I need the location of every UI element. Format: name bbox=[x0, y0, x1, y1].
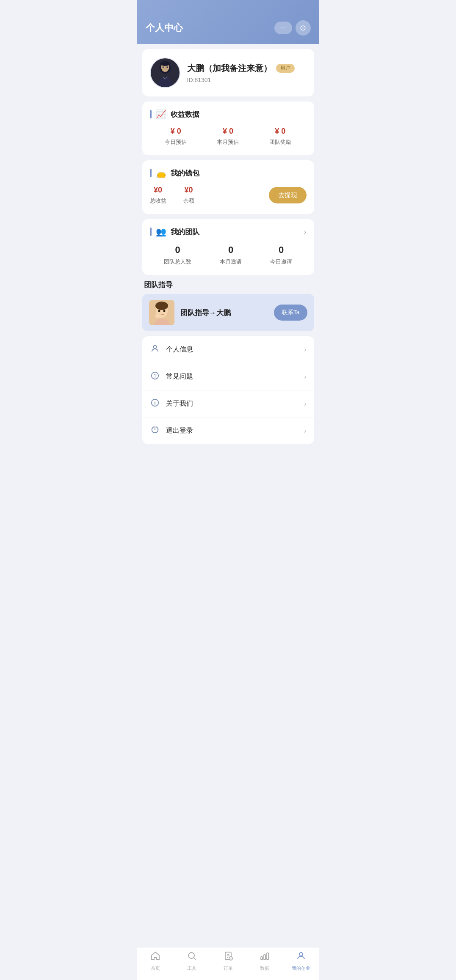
svg-rect-30 bbox=[264, 955, 265, 960]
guidance-avatar bbox=[149, 300, 174, 325]
nav-tools[interactable]: 工具 bbox=[174, 951, 210, 972]
menu-section: 个人信息 › ? 常见问题 › 关于我们 › 退出登录 › bbox=[142, 336, 314, 444]
page-title: 个人中心 bbox=[146, 22, 183, 34]
team-title: 我的团队 bbox=[171, 227, 199, 237]
month-invite-label: 本月邀请 bbox=[220, 258, 242, 266]
user-badge: 用户 bbox=[276, 64, 295, 73]
order-icon: ☺ bbox=[223, 951, 233, 964]
wallet-stats: ¥0 总收益 ¥0 余额 bbox=[150, 186, 269, 205]
arrow-icon-2: › bbox=[304, 373, 306, 381]
nav-home[interactable]: 首页 bbox=[137, 951, 174, 972]
svg-rect-31 bbox=[267, 953, 268, 960]
svg-text:?: ? bbox=[154, 373, 157, 379]
camera-button[interactable]: ⊙ bbox=[296, 20, 311, 36]
guide-name: 团队指导→大鹏 bbox=[180, 308, 268, 318]
svg-point-13 bbox=[155, 314, 162, 318]
contact-button[interactable]: 联系Ta bbox=[274, 305, 307, 321]
home-nav-label: 首页 bbox=[151, 965, 160, 972]
person-icon bbox=[150, 344, 160, 355]
guidance-section-title: 团队指导 bbox=[142, 280, 314, 290]
home-icon bbox=[150, 951, 160, 964]
avatar bbox=[150, 58, 180, 88]
wallet-icon: 👝 bbox=[156, 168, 166, 178]
team-total-label: 团队总人数 bbox=[164, 258, 191, 266]
today-invite-value: 0 bbox=[279, 244, 284, 255]
guide-avatar-image bbox=[149, 300, 174, 325]
total-value: ¥0 bbox=[154, 186, 162, 195]
team-value: ¥ 0 bbox=[275, 127, 285, 136]
arrow-icon-3: › bbox=[304, 400, 306, 408]
power-icon bbox=[150, 425, 160, 436]
nav-mine[interactable]: 我的创业 bbox=[283, 951, 319, 972]
search-icon bbox=[187, 951, 197, 964]
earnings-stats: ¥ 0 今日预估 ¥ 0 本月预估 ¥ 0 团队奖励 bbox=[150, 127, 307, 146]
mine-icon bbox=[296, 951, 306, 964]
data-nav-label: 数据 bbox=[260, 965, 269, 972]
mine-nav-label: 我的创业 bbox=[292, 965, 310, 972]
team-earnings: ¥ 0 团队奖励 bbox=[269, 127, 291, 146]
arrow-icon-4: › bbox=[304, 427, 306, 435]
chart-icon bbox=[260, 951, 270, 964]
personal-info-label: 个人信息 bbox=[166, 345, 298, 354]
team-total-value: 0 bbox=[175, 244, 180, 255]
menu-item-about[interactable]: 关于我们 › bbox=[142, 390, 314, 417]
profile-info: 大鹏（加我备注来意） 用户 ID:81301 bbox=[187, 63, 307, 83]
svg-point-10 bbox=[155, 302, 168, 310]
withdraw-button[interactable]: 去提现 bbox=[269, 187, 307, 203]
svg-point-12 bbox=[163, 310, 165, 312]
team-arrow-icon[interactable]: › bbox=[304, 228, 307, 236]
total-earnings: ¥0 总收益 bbox=[150, 186, 166, 205]
menu-item-faq[interactable]: ? 常见问题 › bbox=[142, 363, 314, 390]
wallet-card: 👝 我的钱包 ¥0 总收益 ¥0 余额 去提现 bbox=[142, 160, 314, 214]
dots-icon: ··· bbox=[280, 24, 286, 32]
arrow-icon-1: › bbox=[304, 346, 306, 354]
svg-rect-5 bbox=[164, 61, 166, 64]
svg-point-6 bbox=[162, 66, 163, 68]
logout-label: 退出登录 bbox=[166, 426, 298, 435]
svg-rect-29 bbox=[261, 957, 263, 960]
wallet-row: ¥0 总收益 ¥0 余额 去提现 bbox=[150, 186, 307, 205]
nav-data[interactable]: 数据 bbox=[246, 951, 283, 972]
earnings-card: 📈 收益数据 ¥ 0 今日预估 ¥ 0 本月预估 ¥ 0 团队奖励 bbox=[142, 102, 314, 155]
header-bar bbox=[150, 110, 152, 118]
faq-label: 常见问题 bbox=[166, 372, 298, 381]
team-icon: 👥 bbox=[156, 227, 166, 237]
menu-item-logout[interactable]: 退出登录 › bbox=[142, 417, 314, 444]
bottom-nav: 首页 工具 ☺ 订单 数据 bbox=[137, 947, 319, 980]
info-icon bbox=[150, 398, 160, 409]
today-earnings: ¥ 0 今日预估 bbox=[165, 127, 187, 146]
guidance-card: 团队指导→大鹏 联系Ta bbox=[142, 294, 314, 331]
profile-name: 大鹏（加我备注来意） bbox=[187, 63, 272, 74]
team-stats: 0 团队总人数 0 本月邀请 0 今日邀请 bbox=[150, 244, 307, 266]
total-label: 总收益 bbox=[150, 197, 166, 205]
team-card: 👥 我的团队 › 0 团队总人数 0 本月邀请 0 今日邀请 bbox=[142, 219, 314, 275]
header-actions: ··· ⊙ bbox=[274, 20, 310, 36]
profile-id: ID:81301 bbox=[187, 77, 307, 83]
camera-icon: ⊙ bbox=[300, 23, 306, 33]
header-bar-wallet bbox=[150, 169, 152, 177]
month-earnings: ¥ 0 本月预估 bbox=[217, 127, 239, 146]
team-label: 团队奖励 bbox=[269, 138, 291, 146]
menu-item-personal-info[interactable]: 个人信息 › bbox=[142, 336, 314, 363]
today-value: ¥ 0 bbox=[171, 127, 181, 136]
svg-text:☺: ☺ bbox=[229, 958, 232, 960]
earnings-title: 收益数据 bbox=[171, 110, 199, 119]
svg-point-32 bbox=[299, 953, 303, 956]
balance-value: ¥0 bbox=[184, 186, 193, 195]
menu-button[interactable]: ··· bbox=[274, 22, 292, 34]
header-bar-team bbox=[150, 228, 152, 236]
svg-point-14 bbox=[153, 346, 156, 349]
header: 个人中心 ··· ⊙ bbox=[137, 0, 319, 44]
svg-point-7 bbox=[166, 66, 168, 68]
balance: ¥0 余额 bbox=[183, 186, 194, 205]
about-label: 关于我们 bbox=[166, 399, 298, 408]
svg-point-11 bbox=[158, 310, 160, 312]
team-header: 👥 我的团队 › bbox=[150, 227, 307, 237]
profile-name-row: 大鹏（加我备注来意） 用户 bbox=[187, 63, 307, 74]
nav-orders[interactable]: ☺ 订单 bbox=[210, 951, 246, 972]
balance-label: 余额 bbox=[183, 197, 194, 205]
profile-section: 大鹏（加我备注来意） 用户 ID:81301 bbox=[142, 49, 314, 96]
tools-nav-label: 工具 bbox=[187, 965, 196, 972]
question-icon: ? bbox=[150, 371, 160, 382]
orders-nav-label: 订单 bbox=[224, 965, 233, 972]
